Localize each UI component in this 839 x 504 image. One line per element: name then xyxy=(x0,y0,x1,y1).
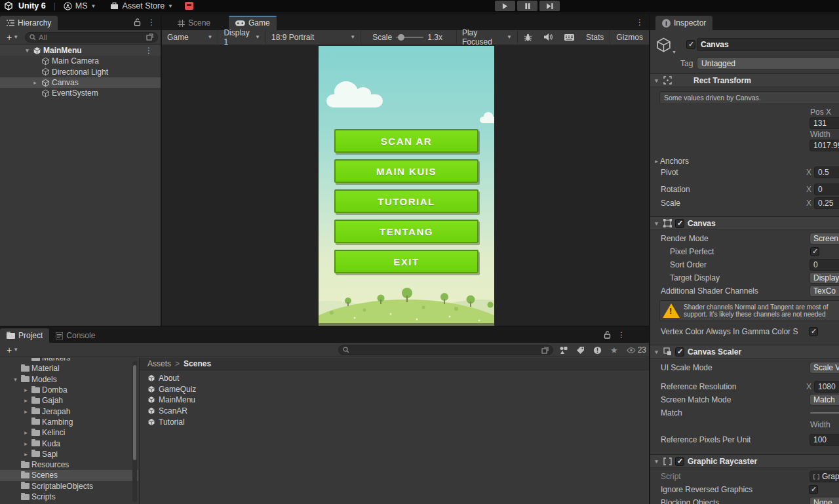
component-enabled-checkbox[interactable] xyxy=(675,219,684,228)
scale-slider-thumb[interactable] xyxy=(398,34,404,41)
blocking-objects-dropdown[interactable]: None xyxy=(810,497,839,504)
sort-order-field[interactable]: 0 xyxy=(810,260,839,270)
more-menu-icon[interactable]: ⋮ xyxy=(636,18,644,27)
tree-item-kelinci[interactable]: Kelinci xyxy=(0,427,138,438)
scene-row-mainmenu[interactable]: MainMenu ⋮ xyxy=(0,45,161,56)
foldout-arrow-icon[interactable] xyxy=(22,408,29,415)
step-button[interactable] xyxy=(539,1,560,11)
render-mode-dropdown[interactable]: Screen xyxy=(810,233,839,244)
tree-item-kuda[interactable]: Kuda xyxy=(0,438,138,448)
tab-inspector[interactable]: i Inspector xyxy=(655,16,712,30)
tree-item-scenes[interactable]: Scenes xyxy=(0,470,138,480)
tab-scene[interactable]: Scene xyxy=(171,16,217,30)
hierarchy-item-directional-light[interactable]: Directional Light xyxy=(0,67,161,77)
create-asset-button[interactable]: +▼ xyxy=(3,345,22,355)
more-menu-icon[interactable]: ⋮ xyxy=(617,330,625,339)
hierarchy-item-eventsystem[interactable]: EventSystem xyxy=(0,88,161,98)
more-menu-icon[interactable]: ⋮ xyxy=(147,18,155,27)
aspect-ratio-dropdown[interactable]: 18:9 Portrait ▼ xyxy=(266,30,361,45)
account-menu[interactable]: MS ▼ xyxy=(64,1,96,10)
foldout-arrow-icon[interactable] xyxy=(22,397,29,404)
tree-item-sapi[interactable]: Sapi xyxy=(0,449,138,459)
play-button[interactable] xyxy=(495,1,515,11)
tab-hierarchy[interactable]: Hierarchy xyxy=(0,16,58,30)
project-search[interactable] xyxy=(338,345,553,355)
target-display-dropdown[interactable]: Display xyxy=(810,273,839,283)
search-input[interactable] xyxy=(39,33,144,41)
foldout-arrow-icon[interactable] xyxy=(22,451,29,457)
tree-item-markers[interactable]: Markers xyxy=(0,358,138,363)
shader-channels-dropdown[interactable]: TexCo xyxy=(810,286,839,296)
foldout-arrow-icon[interactable] xyxy=(24,47,31,54)
pixel-perfect-checkbox[interactable] xyxy=(810,247,819,256)
tree-item-gajah[interactable]: Gajah xyxy=(0,395,138,406)
search-by-type-icon[interactable] xyxy=(559,346,568,355)
tab-project[interactable]: Project xyxy=(0,328,49,343)
asset-store-menu[interactable]: Asset Store ▼ xyxy=(110,1,173,10)
foldout-arrow-icon[interactable] xyxy=(12,376,19,383)
component-enabled-checkbox[interactable] xyxy=(675,347,684,357)
active-checkbox[interactable] xyxy=(686,40,695,49)
mute-audio-toggle[interactable] xyxy=(538,30,558,45)
asset-item-scanar[interactable]: ScanAR xyxy=(140,406,649,417)
foldout-arrow-icon[interactable] xyxy=(653,220,660,227)
hidden-count[interactable]: 23 xyxy=(627,345,646,355)
tree-item-domba[interactable]: Domba xyxy=(0,385,138,395)
hierarchy-search[interactable] xyxy=(25,32,158,43)
scale-x-field[interactable]: 0.25 xyxy=(815,198,839,208)
foldout-arrow-icon[interactable] xyxy=(31,79,39,86)
vertex-color-checkbox[interactable] xyxy=(809,327,818,336)
tree-item-material[interactable]: Material xyxy=(0,363,138,374)
scene-options-icon[interactable]: ⋮ xyxy=(145,46,153,55)
graphic-raycaster-header[interactable]: Graphic Raycaster xyxy=(650,454,839,468)
tree-scrollbar[interactable] xyxy=(132,361,137,502)
tree-item-scripts[interactable]: Scripts xyxy=(0,492,138,502)
pos-x-field[interactable]: 131 xyxy=(810,118,839,128)
tag-dropdown[interactable]: Untagged ▼ xyxy=(697,58,839,69)
canvas-scaler-header[interactable]: Canvas Scaler xyxy=(650,345,839,359)
component-enabled-checkbox[interactable] xyxy=(675,457,684,466)
picker-icon[interactable] xyxy=(146,33,153,41)
tree-item-resources[interactable]: Resources xyxy=(0,459,138,470)
asset-item-about[interactable]: About xyxy=(140,373,649,384)
hierarchy-item-canvas[interactable]: Canvas xyxy=(0,77,161,88)
foldout-arrow-icon[interactable] xyxy=(653,458,660,465)
gizmos-dropdown[interactable]: Gizmos xyxy=(610,30,649,45)
display-dropdown[interactable]: Display 1 ▼ xyxy=(218,30,266,45)
create-object-button[interactable]: +▼ xyxy=(3,32,22,43)
ui-scale-mode-dropdown[interactable]: Scale V xyxy=(810,362,839,373)
gameobject-cube-icon[interactable]: ▼ xyxy=(655,37,672,53)
tree-item-scriptableobjects[interactable]: ScriptableObjects xyxy=(0,481,138,492)
canvas-header[interactable]: Canvas xyxy=(650,216,839,230)
search-input[interactable] xyxy=(352,346,539,354)
rect-transform-header[interactable]: Rect Transform xyxy=(650,73,839,87)
input-toggle[interactable] xyxy=(558,30,580,45)
tree-item-jerapah[interactable]: Jerapah xyxy=(0,406,138,416)
foldout-arrow-icon[interactable] xyxy=(653,349,660,355)
main-kuis-button[interactable]: MAIN KUIS xyxy=(334,159,478,183)
tutorial-button[interactable]: TUTORIAL xyxy=(334,189,478,213)
reference-ppu-field[interactable]: 100 xyxy=(810,435,839,445)
stats-button[interactable]: Stats xyxy=(580,30,610,45)
pause-button[interactable] xyxy=(517,1,537,11)
script-object-field[interactable]: Grap xyxy=(810,471,839,482)
lock-icon[interactable] xyxy=(604,331,611,339)
scan-ar-button[interactable]: SCAN AR xyxy=(334,129,478,153)
tree-item-models[interactable]: Models xyxy=(0,374,138,385)
tentang-button[interactable]: TENTANG xyxy=(334,220,478,243)
asset-item-mainmenu[interactable]: MainMenu xyxy=(140,395,649,406)
width-field[interactable]: 1017.99 xyxy=(810,140,839,151)
gameobject-name-field[interactable]: Canvas xyxy=(697,39,839,50)
breadcrumb-current[interactable]: Scenes xyxy=(184,359,211,368)
pivot-x-field[interactable]: 0.5 xyxy=(815,167,839,178)
scale-slider[interactable] xyxy=(396,37,423,38)
favorites-icon[interactable]: ★ xyxy=(610,345,618,355)
breadcrumb-assets[interactable]: Assets xyxy=(147,359,171,368)
asset-item-gamequiz[interactable]: GameQuiz xyxy=(140,384,649,395)
debug-toggle[interactable] xyxy=(518,30,538,45)
game-target-dropdown[interactable]: Game ▼ xyxy=(162,30,218,45)
ignore-reversed-checkbox[interactable] xyxy=(809,485,818,494)
foldout-arrow-icon[interactable] xyxy=(653,77,660,84)
play-mode-dropdown[interactable]: Play Focused ▼ xyxy=(456,30,518,45)
screen-match-mode-dropdown[interactable]: Match xyxy=(810,395,839,405)
